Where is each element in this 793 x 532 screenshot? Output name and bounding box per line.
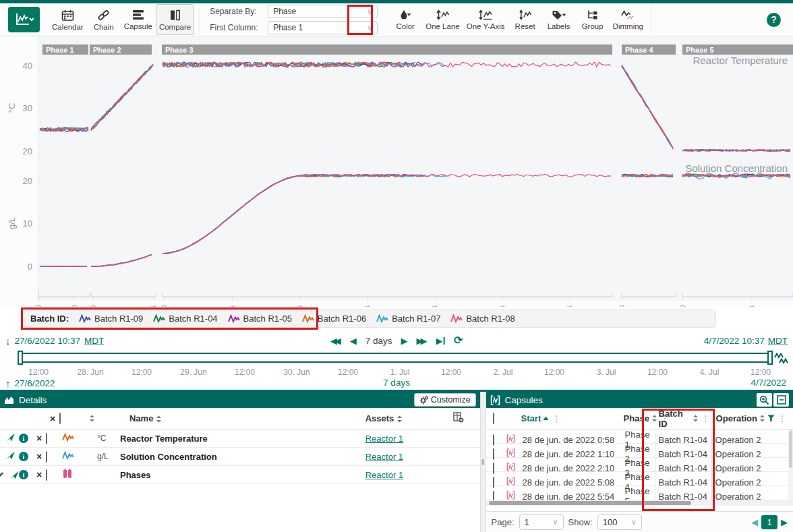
step-back-full-button[interactable]: ◀◀	[330, 336, 341, 345]
capsule-checkbox[interactable]	[493, 448, 494, 460]
legend-item-batch-r1-08[interactable]: Batch R1-08	[450, 314, 515, 324]
capsule-checkbox[interactable]	[493, 477, 494, 488]
legend-item-batch-r1-07[interactable]: Batch R1-07	[376, 314, 440, 324]
calendar-button[interactable]: Calendar	[49, 4, 87, 35]
remove-all-icon[interactable]: ×	[46, 413, 59, 424]
show-select[interactable]: 100∨	[597, 514, 642, 530]
asset-link[interactable]: Reactor 1	[365, 470, 403, 480]
group-button[interactable]: Group	[576, 4, 610, 35]
capsule-row[interactable]: 28 de jun. de 2022 0:58 Phase 1 Batch R1…	[486, 430, 788, 444]
row-checkbox[interactable]	[46, 451, 47, 463]
timebar-right-handle[interactable]	[767, 351, 773, 365]
legend-item-batch-r1-05[interactable]: Batch R1-05	[228, 314, 292, 324]
step-to-now-button[interactable]: ▶	[436, 336, 445, 345]
asset-link[interactable]: Reactor 1	[365, 434, 403, 444]
filter-icon[interactable]	[767, 415, 775, 422]
select-all-checkbox[interactable]	[59, 413, 61, 424]
column-menu-icon[interactable]: ⋮	[701, 414, 711, 423]
reset-label: Reset	[515, 22, 535, 30]
one-y-axis-button[interactable]: One Y-Axis	[463, 4, 508, 35]
capsules-vertical-scrollbar[interactable]	[788, 430, 793, 500]
push-icon[interactable]	[5, 450, 19, 463]
details-col-name[interactable]: Name	[129, 413, 365, 423]
step-forward-full-button[interactable]: ▶▶	[416, 336, 427, 345]
first-column-select[interactable]: Phase 1 ∨	[268, 21, 378, 34]
info-icon[interactable]: i	[19, 452, 28, 461]
add-column-button[interactable]	[453, 412, 480, 425]
compare-button[interactable]: Compare	[156, 4, 194, 35]
step-forward-half-button[interactable]: ▶	[401, 336, 407, 345]
range-start-timezone-link[interactable]: MDT	[84, 336, 104, 346]
reset-button[interactable]: Reset	[508, 4, 542, 35]
page-select[interactable]: 1∨	[519, 514, 564, 530]
capsules-col-phase[interactable]: Phase ⋮	[624, 413, 655, 423]
legend-item-batch-r1-04[interactable]: Batch R1-04	[153, 314, 217, 324]
zoom-to-capsule-button[interactable]	[757, 393, 772, 407]
labels-tag-icon	[552, 9, 566, 20]
remove-icon[interactable]: ×	[32, 469, 46, 480]
signal-name[interactable]: Solution Concentration	[120, 452, 365, 462]
capsules-col-batch[interactable]: Batch ID ⋮	[655, 409, 711, 429]
refresh-icon[interactable]: ⟳	[454, 335, 463, 346]
panel-splitter[interactable]: ‖	[480, 392, 486, 532]
one-lane-button[interactable]: One Lane	[422, 4, 463, 35]
timeline-tick: 3. Jul	[585, 367, 628, 377]
capsules-icon	[490, 395, 500, 405]
next-page-button[interactable]: ▶	[781, 518, 788, 527]
chevron-down-icon: ∨	[367, 24, 372, 32]
color-button[interactable]: Color	[388, 4, 422, 35]
remove-icon[interactable]: ×	[32, 433, 46, 444]
signal-name[interactable]: Reactor Temperature	[120, 434, 365, 444]
legend-item-batch-r1-06[interactable]: Batch R1-06	[302, 314, 366, 324]
details-col-assets[interactable]: Assets	[365, 413, 453, 423]
chain-button[interactable]: Chain	[87, 4, 121, 35]
select-all-capsules-checkbox[interactable]	[493, 413, 494, 424]
column-menu-icon[interactable]: ⋮	[777, 414, 788, 423]
trend-chart[interactable]: Phase 1Phase 2Phase 3Phase 4Phase 5React…	[0, 36, 793, 307]
timebar-left-handle[interactable]	[18, 351, 23, 365]
row-checkbox[interactable]	[46, 469, 47, 481]
timeline-tick: 30. Jun	[275, 367, 318, 377]
help-button[interactable]: ?	[767, 13, 781, 27]
capsule-button[interactable]: Capsule	[121, 4, 156, 35]
sort-icon[interactable]	[396, 415, 403, 423]
step-back-half-button[interactable]: ◀	[350, 336, 357, 345]
info-icon[interactable]: i	[19, 470, 28, 479]
range-start-arrow-icon[interactable]: ↓	[5, 335, 11, 347]
range-end-timezone-link[interactable]: MDT	[768, 336, 788, 346]
investigate-arrow-icon[interactable]: ↑	[5, 378, 11, 389]
capsule-time-icon[interactable]	[774, 353, 789, 364]
column-menu-icon[interactable]: ⋮	[551, 414, 562, 423]
dimming-button[interactable]: Dimming	[610, 4, 647, 35]
row-checkbox[interactable]	[46, 433, 47, 444]
sort-icon[interactable]	[89, 415, 107, 422]
capsules-col-start[interactable]: Start ⋮	[521, 413, 624, 423]
timeline-tick: 12:00	[120, 367, 163, 377]
separate-by-select[interactable]: Phase ∨	[268, 5, 378, 18]
collapse-panel-button[interactable]	[773, 393, 789, 407]
capsules-horizontal-scrollbar[interactable]	[486, 500, 793, 506]
capsule-checkbox[interactable]	[493, 463, 494, 474]
asset-link[interactable]: Reactor 1	[365, 452, 403, 462]
labels-button[interactable]: Labels	[542, 4, 576, 35]
push-icon[interactable]	[5, 432, 19, 444]
capsule-start: 28 de jun. de 2022 0:58	[521, 435, 624, 445]
sort-icon[interactable]	[156, 415, 162, 423]
chevron-down-icon: ∨	[631, 518, 637, 527]
push-icon[interactable]	[9, 470, 19, 480]
condition-name[interactable]: Phases	[120, 470, 365, 480]
prev-page-button[interactable]: ◀	[751, 518, 758, 527]
timebar-selection[interactable]	[20, 353, 770, 363]
capsule-checkbox[interactable]	[493, 434, 494, 446]
chain-icon	[97, 9, 110, 21]
trend-view-menu-button[interactable]	[8, 7, 40, 32]
pencil-icon[interactable]	[0, 470, 5, 479]
range-end-value: 4/7/2022 10:37	[704, 336, 765, 346]
legend-item-batch-r1-09[interactable]: Batch R1-09	[79, 314, 143, 324]
customize-button[interactable]: Customize	[414, 393, 476, 407]
trend-chart-canvas[interactable]: Phase 1Phase 2Phase 3Phase 4Phase 5React…	[0, 36, 793, 307]
current-page-button[interactable]: 1	[761, 515, 777, 529]
remove-icon[interactable]: ×	[32, 451, 46, 462]
capsules-col-operation[interactable]: Operation ⋮	[711, 413, 788, 423]
info-icon[interactable]: i	[19, 434, 28, 443]
